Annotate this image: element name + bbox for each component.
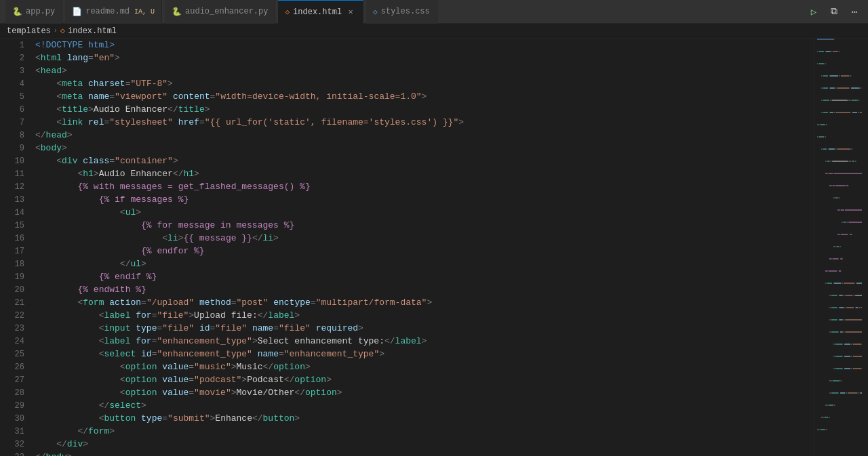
line-number: 14 (0, 206, 24, 219)
code-line: {% endfor %} (35, 245, 814, 257)
code-line: {% if messages %} (35, 193, 814, 206)
code-line: <html lang="en"> (35, 51, 814, 64)
code-line: </form> (35, 425, 814, 438)
code-line: <button type="submit">Enhance</button> (35, 412, 814, 425)
tab-readme-md[interactable]: 📄 readme.md IA, U (65, 0, 162, 24)
line-number: 19 (0, 270, 24, 283)
line-number: 15 (0, 219, 24, 232)
tab-label: audio_enhancer.py (185, 7, 268, 16)
python-icon: 🐍 (12, 7, 22, 17)
code-line: <meta charset="UTF-8"> (35, 77, 814, 90)
line-number: 12 (0, 180, 24, 193)
code-line: {% with messages = get_flashed_messages(… (35, 180, 814, 193)
more-button[interactable]: ⋯ (846, 3, 863, 20)
code-line: <label for="enhancement_type">Select enh… (35, 335, 814, 348)
code-line: <!DOCTYPE html> (35, 39, 814, 51)
breadcrumb-sep: › (54, 27, 58, 35)
line-number: 3 (0, 64, 24, 77)
code-line: <meta name="viewport" content="width=dev… (35, 90, 814, 103)
line-number: 5 (0, 90, 24, 103)
css-tab-icon: ◇ (373, 7, 378, 16)
python-icon: 🐍 (172, 7, 182, 17)
doc-icon: 📄 (72, 7, 82, 17)
line-number: 16 (0, 232, 24, 245)
code-line: <option value="music">Music</option> (35, 360, 814, 373)
code-line: <input type="file" id="file" name="file"… (35, 322, 814, 335)
code-line: <select id="enhancement_type" name="enha… (35, 348, 814, 360)
code-line: {% for message in messages %} (35, 219, 814, 232)
code-line: {% endif %} (35, 270, 814, 283)
line-number: 20 (0, 283, 24, 296)
code-line: {% endwith %} (35, 283, 814, 296)
line-number: 11 (0, 167, 24, 180)
line-number: 17 (0, 245, 24, 257)
line-number: 33 (0, 451, 24, 456)
split-editor-button[interactable]: ⧉ (826, 3, 842, 20)
code-line: <form action="/upload" method="post" enc… (35, 296, 814, 309)
code-line: </head> (35, 129, 814, 142)
line-numbers: 1234567891011121314151617181920212223242… (0, 39, 30, 456)
line-number: 30 (0, 412, 24, 425)
html-file-icon: ◇ (60, 26, 65, 36)
tab-app-py[interactable]: 🐍 app.py (5, 0, 62, 24)
tab-styles-css[interactable]: ◇ styles.css (366, 0, 437, 24)
line-number: 4 (0, 77, 24, 90)
code-line: <option value="movie">Movie/Other</optio… (35, 386, 814, 399)
line-number: 9 (0, 142, 24, 154)
breadcrumb-filename: index.html (68, 26, 117, 36)
code-line: </body> (35, 451, 814, 456)
line-number: 6 (0, 103, 24, 116)
line-number: 29 (0, 399, 24, 412)
code-line: </div> (35, 438, 814, 451)
line-number: 2 (0, 51, 24, 64)
code-line: <div class="container"> (35, 154, 814, 167)
minimap (814, 39, 868, 456)
code-line: <h1>Audio Enhancer</h1> (35, 167, 814, 180)
code-line: <li>{{ message }}</li> (35, 232, 814, 245)
title-bar-controls: ▷ ⧉ ⋯ (806, 3, 863, 20)
tab-audio-enhancer-py[interactable]: 🐍 audio_enhancer.py (165, 0, 275, 24)
line-number: 32 (0, 438, 24, 451)
line-number: 1 (0, 39, 24, 51)
line-number: 24 (0, 335, 24, 348)
run-button[interactable]: ▷ (806, 3, 822, 20)
line-number: 10 (0, 154, 24, 167)
breadcrumb: templates › ◇ index.html (0, 24, 868, 39)
line-number: 25 (0, 348, 24, 360)
breadcrumb-templates[interactable]: templates (7, 26, 51, 36)
code-line: </select> (35, 399, 814, 412)
code-line: <title>Audio Enhancer</title> (35, 103, 814, 116)
tab-badge: IA, U (134, 8, 155, 16)
tab-label: app.py (26, 7, 55, 16)
tab-label: readme.md (85, 7, 130, 16)
line-number: 27 (0, 373, 24, 386)
tab-index-html[interactable]: ◇ index.html ✕ (278, 0, 363, 24)
code-line: <link rel="stylesheet" href="{{ url_for(… (35, 116, 814, 129)
code-line: <option value="podcast">Podcast</option> (35, 373, 814, 386)
line-number: 8 (0, 129, 24, 142)
line-number: 22 (0, 309, 24, 322)
line-number: 21 (0, 296, 24, 309)
html-tab-icon: ◇ (285, 7, 290, 16)
code-line: <ul> (35, 206, 814, 219)
code-content[interactable]: <!DOCTYPE html><html lang="en"><head> <m… (30, 39, 814, 456)
code-line: <head> (35, 64, 814, 77)
close-icon[interactable]: ✕ (345, 7, 356, 18)
line-number: 28 (0, 386, 24, 399)
code-line: <body> (35, 142, 814, 154)
tab-label: index.html (293, 7, 342, 17)
tab-label: styles.css (381, 7, 430, 16)
line-number: 26 (0, 360, 24, 373)
code-line: </ul> (35, 257, 814, 270)
line-number: 7 (0, 116, 24, 129)
title-bar: 🐍 app.py 📄 readme.md IA, U 🐍 audio_enhan… (0, 0, 868, 24)
line-number: 13 (0, 193, 24, 206)
editor-area: 1234567891011121314151617181920212223242… (0, 39, 868, 456)
line-number: 23 (0, 322, 24, 335)
line-number: 18 (0, 257, 24, 270)
code-line: <label for="file">Upload file:</label> (35, 309, 814, 322)
line-number: 31 (0, 425, 24, 438)
